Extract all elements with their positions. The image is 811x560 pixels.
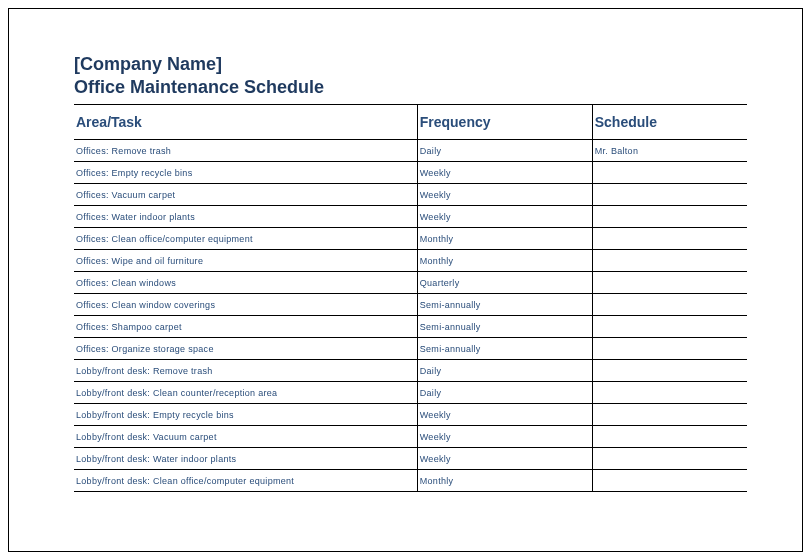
table-row: Offices: Clean window coveringsSemi-annu… bbox=[74, 294, 747, 316]
table-row: Offices: Empty recycle binsWeekly bbox=[74, 162, 747, 184]
cell-frequency: Weekly bbox=[417, 426, 592, 448]
cell-schedule bbox=[592, 338, 747, 360]
cell-area: Offices: Water indoor plants bbox=[74, 206, 417, 228]
cell-area: Lobby/front desk: Vacuum carpet bbox=[74, 426, 417, 448]
table-row: Offices: Organize storage spaceSemi-annu… bbox=[74, 338, 747, 360]
cell-frequency: Semi-annually bbox=[417, 338, 592, 360]
cell-schedule bbox=[592, 448, 747, 470]
column-header-schedule: Schedule bbox=[592, 105, 747, 140]
cell-area: Offices: Empty recycle bins bbox=[74, 162, 417, 184]
cell-schedule bbox=[592, 316, 747, 338]
table-row: Offices: Wipe and oil furnitureMonthly bbox=[74, 250, 747, 272]
column-header-area: Area/Task bbox=[74, 105, 417, 140]
column-header-frequency: Frequency bbox=[417, 105, 592, 140]
cell-area: Offices: Clean office/computer equipment bbox=[74, 228, 417, 250]
cell-schedule bbox=[592, 206, 747, 228]
table-row: Offices: Shampoo carpetSemi-annually bbox=[74, 316, 747, 338]
schedule-table: Area/Task Frequency Schedule Offices: Re… bbox=[74, 104, 747, 492]
cell-area: Offices: Vacuum carpet bbox=[74, 184, 417, 206]
cell-schedule bbox=[592, 184, 747, 206]
cell-frequency: Weekly bbox=[417, 206, 592, 228]
cell-schedule bbox=[592, 360, 747, 382]
table-row: Offices: Vacuum carpetWeekly bbox=[74, 184, 747, 206]
table-row: Lobby/front desk: Clean office/computer … bbox=[74, 470, 747, 492]
cell-frequency: Monthly bbox=[417, 470, 592, 492]
cell-frequency: Daily bbox=[417, 382, 592, 404]
cell-schedule: Mr. Balton bbox=[592, 140, 747, 162]
table-row: Lobby/front desk: Vacuum carpetWeekly bbox=[74, 426, 747, 448]
table-row: Lobby/front desk: Water indoor plantsWee… bbox=[74, 448, 747, 470]
cell-frequency: Daily bbox=[417, 140, 592, 162]
cell-area: Lobby/front desk: Water indoor plants bbox=[74, 448, 417, 470]
cell-frequency: Monthly bbox=[417, 250, 592, 272]
cell-frequency: Weekly bbox=[417, 448, 592, 470]
cell-schedule bbox=[592, 470, 747, 492]
cell-area: Offices: Organize storage space bbox=[74, 338, 417, 360]
cell-schedule bbox=[592, 162, 747, 184]
cell-area: Lobby/front desk: Clean counter/receptio… bbox=[74, 382, 417, 404]
cell-frequency: Weekly bbox=[417, 162, 592, 184]
cell-frequency: Semi-annually bbox=[417, 294, 592, 316]
cell-frequency: Monthly bbox=[417, 228, 592, 250]
table-row: Lobby/front desk: Clean counter/receptio… bbox=[74, 382, 747, 404]
cell-area: Offices: Clean window coverings bbox=[74, 294, 417, 316]
table-header-row: Area/Task Frequency Schedule bbox=[74, 105, 747, 140]
cell-schedule bbox=[592, 426, 747, 448]
document-title: Office Maintenance Schedule bbox=[74, 77, 747, 98]
cell-schedule bbox=[592, 404, 747, 426]
cell-frequency: Quarterly bbox=[417, 272, 592, 294]
cell-frequency: Weekly bbox=[417, 184, 592, 206]
cell-schedule bbox=[592, 228, 747, 250]
cell-schedule bbox=[592, 382, 747, 404]
cell-area: Lobby/front desk: Clean office/computer … bbox=[74, 470, 417, 492]
cell-area: Lobby/front desk: Empty recycle bins bbox=[74, 404, 417, 426]
table-row: Offices: Clean office/computer equipment… bbox=[74, 228, 747, 250]
document-frame: [Company Name] Office Maintenance Schedu… bbox=[8, 8, 803, 552]
table-row: Offices: Water indoor plantsWeekly bbox=[74, 206, 747, 228]
cell-schedule bbox=[592, 272, 747, 294]
cell-schedule bbox=[592, 250, 747, 272]
cell-frequency: Daily bbox=[417, 360, 592, 382]
cell-frequency: Weekly bbox=[417, 404, 592, 426]
cell-area: Offices: Wipe and oil furniture bbox=[74, 250, 417, 272]
cell-area: Offices: Clean windows bbox=[74, 272, 417, 294]
company-name: [Company Name] bbox=[74, 54, 747, 75]
cell-frequency: Semi-annually bbox=[417, 316, 592, 338]
cell-area: Offices: Remove trash bbox=[74, 140, 417, 162]
table-row: Lobby/front desk: Empty recycle binsWeek… bbox=[74, 404, 747, 426]
table-row: Lobby/front desk: Remove trashDaily bbox=[74, 360, 747, 382]
table-row: Offices: Clean windowsQuarterly bbox=[74, 272, 747, 294]
cell-area: Offices: Shampoo carpet bbox=[74, 316, 417, 338]
cell-schedule bbox=[592, 294, 747, 316]
table-row: Offices: Remove trashDailyMr. Balton bbox=[74, 140, 747, 162]
cell-area: Lobby/front desk: Remove trash bbox=[74, 360, 417, 382]
